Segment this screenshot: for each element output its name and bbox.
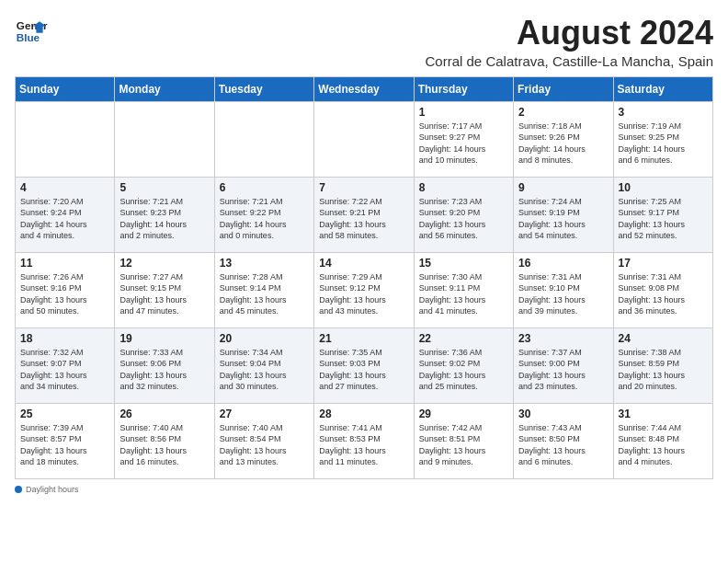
day-number: 11 bbox=[20, 257, 109, 270]
col-wednesday: Wednesday bbox=[314, 76, 414, 101]
header: General Blue August 2024 Corral de Calat… bbox=[15, 15, 713, 69]
col-friday: Friday bbox=[514, 76, 613, 101]
day-number: 13 bbox=[220, 257, 309, 270]
table-row: 3Sunrise: 7:19 AM Sunset: 9:25 PM Daylig… bbox=[613, 101, 712, 177]
table-row: 26Sunrise: 7:40 AM Sunset: 8:56 PM Dayli… bbox=[115, 403, 214, 478]
table-row: 16Sunrise: 7:31 AM Sunset: 9:10 PM Dayli… bbox=[514, 252, 613, 327]
day-number: 29 bbox=[419, 408, 508, 420]
table-row: 28Sunrise: 7:41 AM Sunset: 8:53 PM Dayli… bbox=[314, 403, 414, 478]
col-tuesday: Tuesday bbox=[214, 76, 313, 101]
daylight-legend: Daylight hours bbox=[15, 485, 79, 494]
day-info: Sunrise: 7:32 AM Sunset: 9:07 PM Dayligh… bbox=[20, 347, 109, 393]
calendar-week-row: 25Sunrise: 7:39 AM Sunset: 8:57 PM Dayli… bbox=[16, 403, 713, 478]
day-info: Sunrise: 7:40 AM Sunset: 8:56 PM Dayligh… bbox=[119, 422, 209, 468]
table-row: 6Sunrise: 7:21 AM Sunset: 9:22 PM Daylig… bbox=[214, 177, 313, 252]
table-row bbox=[115, 101, 214, 177]
day-number: 6 bbox=[220, 181, 309, 194]
table-row bbox=[16, 101, 115, 177]
day-number: 19 bbox=[119, 332, 209, 345]
calendar-table: Sunday Monday Tuesday Wednesday Thursday… bbox=[15, 76, 713, 479]
day-number: 26 bbox=[119, 408, 209, 420]
day-info: Sunrise: 7:44 AM Sunset: 8:48 PM Dayligh… bbox=[619, 422, 708, 468]
table-row: 19Sunrise: 7:33 AM Sunset: 9:06 PM Dayli… bbox=[115, 327, 214, 403]
table-row bbox=[314, 101, 414, 177]
day-number: 7 bbox=[319, 181, 408, 194]
day-number: 28 bbox=[319, 408, 408, 420]
day-number: 30 bbox=[518, 408, 608, 420]
col-sunday: Sunday bbox=[16, 76, 115, 101]
logo: General Blue bbox=[15, 15, 48, 48]
day-number: 2 bbox=[518, 106, 608, 119]
table-row: 21Sunrise: 7:35 AM Sunset: 9:03 PM Dayli… bbox=[314, 327, 414, 403]
day-number: 22 bbox=[419, 332, 508, 345]
calendar-subtitle: Corral de Calatrava, Castille-La Mancha,… bbox=[426, 53, 713, 69]
day-number: 23 bbox=[518, 332, 608, 345]
calendar-week-row: 11Sunrise: 7:26 AM Sunset: 9:16 PM Dayli… bbox=[16, 252, 713, 327]
table-row bbox=[214, 101, 313, 177]
day-info: Sunrise: 7:30 AM Sunset: 9:11 PM Dayligh… bbox=[419, 271, 508, 317]
day-number: 25 bbox=[20, 408, 109, 420]
table-row: 24Sunrise: 7:38 AM Sunset: 8:59 PM Dayli… bbox=[613, 327, 712, 403]
col-thursday: Thursday bbox=[414, 76, 513, 101]
day-number: 18 bbox=[20, 332, 109, 345]
table-row: 18Sunrise: 7:32 AM Sunset: 9:07 PM Dayli… bbox=[16, 327, 115, 403]
day-info: Sunrise: 7:22 AM Sunset: 9:21 PM Dayligh… bbox=[319, 196, 408, 242]
day-number: 16 bbox=[518, 257, 608, 270]
table-row: 9Sunrise: 7:24 AM Sunset: 9:19 PM Daylig… bbox=[514, 177, 613, 252]
day-info: Sunrise: 7:23 AM Sunset: 9:20 PM Dayligh… bbox=[419, 196, 508, 242]
day-number: 8 bbox=[419, 181, 508, 194]
day-info: Sunrise: 7:36 AM Sunset: 9:02 PM Dayligh… bbox=[419, 347, 508, 393]
day-number: 14 bbox=[319, 257, 408, 270]
day-info: Sunrise: 7:40 AM Sunset: 8:54 PM Dayligh… bbox=[220, 422, 309, 468]
calendar-week-row: 1Sunrise: 7:17 AM Sunset: 9:27 PM Daylig… bbox=[16, 101, 713, 177]
day-info: Sunrise: 7:21 AM Sunset: 9:23 PM Dayligh… bbox=[119, 196, 209, 242]
calendar-week-row: 4Sunrise: 7:20 AM Sunset: 9:24 PM Daylig… bbox=[16, 177, 713, 252]
header-row: Sunday Monday Tuesday Wednesday Thursday… bbox=[16, 76, 713, 101]
day-info: Sunrise: 7:28 AM Sunset: 9:14 PM Dayligh… bbox=[220, 271, 309, 317]
table-row: 31Sunrise: 7:44 AM Sunset: 8:48 PM Dayli… bbox=[613, 403, 712, 478]
logo-icon: General Blue bbox=[15, 15, 48, 48]
table-row: 17Sunrise: 7:31 AM Sunset: 9:08 PM Dayli… bbox=[613, 252, 712, 327]
day-info: Sunrise: 7:43 AM Sunset: 8:50 PM Dayligh… bbox=[518, 422, 608, 468]
day-info: Sunrise: 7:29 AM Sunset: 9:12 PM Dayligh… bbox=[319, 271, 408, 317]
day-info: Sunrise: 7:27 AM Sunset: 9:15 PM Dayligh… bbox=[119, 271, 209, 317]
day-info: Sunrise: 7:38 AM Sunset: 8:59 PM Dayligh… bbox=[619, 347, 708, 393]
calendar-week-row: 18Sunrise: 7:32 AM Sunset: 9:07 PM Dayli… bbox=[16, 327, 713, 403]
day-info: Sunrise: 7:42 AM Sunset: 8:51 PM Dayligh… bbox=[419, 422, 508, 468]
day-info: Sunrise: 7:20 AM Sunset: 9:24 PM Dayligh… bbox=[20, 196, 109, 242]
table-row: 11Sunrise: 7:26 AM Sunset: 9:16 PM Dayli… bbox=[16, 252, 115, 327]
table-row: 2Sunrise: 7:18 AM Sunset: 9:26 PM Daylig… bbox=[514, 101, 613, 177]
day-number: 4 bbox=[20, 181, 109, 194]
day-info: Sunrise: 7:37 AM Sunset: 9:00 PM Dayligh… bbox=[518, 347, 608, 393]
day-info: Sunrise: 7:21 AM Sunset: 9:22 PM Dayligh… bbox=[220, 196, 309, 242]
table-row: 29Sunrise: 7:42 AM Sunset: 8:51 PM Dayli… bbox=[414, 403, 513, 478]
table-row: 23Sunrise: 7:37 AM Sunset: 9:00 PM Dayli… bbox=[514, 327, 613, 403]
title-area: August 2024 Corral de Calatrava, Castill… bbox=[426, 15, 713, 69]
day-info: Sunrise: 7:19 AM Sunset: 9:25 PM Dayligh… bbox=[619, 121, 708, 167]
table-row: 12Sunrise: 7:27 AM Sunset: 9:15 PM Dayli… bbox=[115, 252, 214, 327]
day-number: 9 bbox=[518, 181, 608, 194]
calendar-title: August 2024 bbox=[426, 15, 713, 52]
footer-note: Daylight hours bbox=[15, 485, 713, 494]
daylight-label: Daylight hours bbox=[26, 485, 79, 494]
day-number: 24 bbox=[619, 332, 708, 345]
day-number: 31 bbox=[619, 408, 708, 420]
table-row: 14Sunrise: 7:29 AM Sunset: 9:12 PM Dayli… bbox=[314, 252, 414, 327]
daylight-dot bbox=[15, 486, 22, 493]
day-number: 3 bbox=[619, 106, 708, 119]
table-row: 15Sunrise: 7:30 AM Sunset: 9:11 PM Dayli… bbox=[414, 252, 513, 327]
day-info: Sunrise: 7:26 AM Sunset: 9:16 PM Dayligh… bbox=[20, 271, 109, 317]
day-info: Sunrise: 7:31 AM Sunset: 9:10 PM Dayligh… bbox=[518, 271, 608, 317]
col-monday: Monday bbox=[115, 76, 214, 101]
day-number: 12 bbox=[119, 257, 209, 270]
day-number: 10 bbox=[619, 181, 708, 194]
table-row: 20Sunrise: 7:34 AM Sunset: 9:04 PM Dayli… bbox=[214, 327, 313, 403]
day-number: 17 bbox=[619, 257, 708, 270]
table-row: 5Sunrise: 7:21 AM Sunset: 9:23 PM Daylig… bbox=[115, 177, 214, 252]
day-number: 15 bbox=[419, 257, 508, 270]
table-row: 10Sunrise: 7:25 AM Sunset: 9:17 PM Dayli… bbox=[613, 177, 712, 252]
day-info: Sunrise: 7:18 AM Sunset: 9:26 PM Dayligh… bbox=[518, 121, 608, 167]
day-info: Sunrise: 7:39 AM Sunset: 8:57 PM Dayligh… bbox=[20, 422, 109, 468]
day-number: 21 bbox=[319, 332, 408, 345]
day-info: Sunrise: 7:41 AM Sunset: 8:53 PM Dayligh… bbox=[319, 422, 408, 468]
